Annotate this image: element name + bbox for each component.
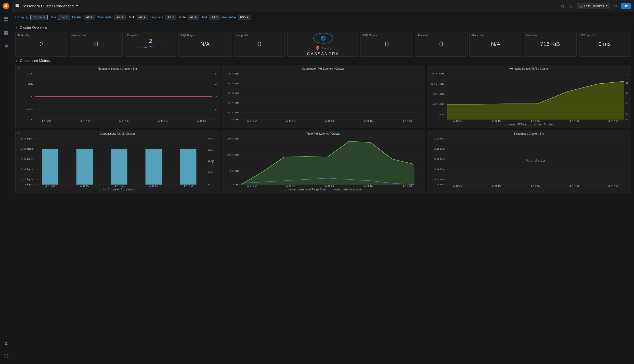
svg-text:0.8 bps: 0.8 bps (20, 148, 33, 150)
svg-text:0.6 Bs: 0.6 Bs (434, 158, 445, 160)
requests-served-info[interactable]: ⓘ (17, 67, 20, 70)
table-latency-legend: cluster:cluster Local Range Scan cluster… (224, 188, 422, 191)
chart-panel-compactions: ⓘ Compactions All.All / Cluster 1.0 bps … (15, 130, 219, 193)
svg-text:0 µs: 0 µs (231, 183, 239, 186)
chart-panel-requests-served: ⓘ Requests Served / Cluster / 5m 1.0 0.5… (15, 65, 219, 128)
coordinator-latency-info[interactable]: ⓘ (223, 67, 225, 70)
memtable-info[interactable]: ⓘ (429, 67, 431, 70)
nodes-down-value: 0 (94, 40, 98, 48)
svg-text:Count: Count (211, 160, 215, 165)
cql-clients-info-icon[interactable]: ⓘ (362, 33, 365, 37)
title-dropdown-icon[interactable] (76, 5, 78, 7)
gc-time-info-icon[interactable]: ⓘ (580, 33, 583, 37)
cassandra-eye-icon (313, 32, 333, 45)
svg-text:0: 0 (208, 183, 210, 186)
dashboard-icon[interactable] (2, 29, 10, 37)
rack-select[interactable]: All (137, 15, 148, 20)
time-picker-button[interactable]: Last 5 minutes (577, 3, 610, 9)
group-by-select[interactable]: Cluster (30, 15, 48, 20)
svg-text:14:42: 14:42 (364, 185, 373, 187)
table-select[interactable]: All (188, 15, 199, 20)
svg-rect-13 (6, 32, 8, 35)
svg-text:?: ? (5, 354, 7, 357)
cql-requests-info-icon[interactable]: ⓘ (180, 33, 183, 37)
cql-requests-value: N/A (200, 41, 210, 47)
keyspace-chevron (172, 17, 174, 18)
svg-marker-31 (90, 17, 93, 18)
svg-rect-20 (17, 6, 19, 7)
svg-text:14:40: 14:40 (286, 185, 295, 187)
requests-served-title: Requests Served / Cluster / 5m (18, 67, 217, 70)
cassandra-logo-panel: Apache CASSANDRA (287, 32, 359, 57)
settings-icon[interactable] (2, 42, 10, 50)
data-size-info-icon[interactable]: ⓘ (525, 33, 528, 37)
tv-mode-button[interactable] (568, 3, 575, 9)
nodes-up-info-icon[interactable]: ⓘ (17, 33, 20, 37)
svg-text:14:41: 14:41 (325, 185, 334, 187)
svg-text:14:40: 14:40 (491, 185, 501, 187)
host-select[interactable]: All (209, 15, 220, 20)
compactions-legend-item: by : Completed Compactions (99, 188, 136, 191)
svg-text:14:39: 14:39 (453, 120, 462, 122)
timeouts-value: 0 (439, 40, 443, 48)
cluster-select[interactable]: All (84, 15, 95, 20)
svg-marker-37 (247, 17, 249, 18)
table-latency-info[interactable]: ⓘ (223, 132, 225, 135)
svg-rect-22 (570, 5, 573, 7)
search-button[interactable] (612, 3, 619, 9)
svg-text:0.5: 0.5 (215, 83, 217, 85)
apps-icon[interactable] (2, 15, 10, 23)
nodes-down-title: Nodes Dow... (72, 34, 120, 37)
hints-info-icon[interactable]: ⓘ (471, 33, 474, 37)
cluster-value: All (86, 16, 89, 19)
svg-text:No data: No data (525, 159, 545, 162)
stat-panel-cql-clients: ⓘ CQL Clients... 0 (360, 32, 413, 57)
svg-text:0: 0 (215, 95, 217, 98)
keyspace-value: All (167, 16, 171, 19)
compaction-info-icon[interactable]: ⓘ (126, 33, 128, 37)
timeouts-info-icon[interactable]: ⓘ (417, 33, 419, 37)
svg-point-3 (6, 7, 7, 8)
chart-grid-row1: ⓘ Requests Served / Cluster / 5m 1.0 0.5… (15, 65, 631, 128)
rack-value: All (139, 16, 142, 19)
svg-marker-34 (172, 17, 174, 18)
refresh-button[interactable]: 30s (621, 3, 631, 9)
nodes-up-value: 3 (40, 40, 44, 48)
cassandra-label: CASSANDRA (307, 52, 339, 56)
compactions-title: Compactions All.All / Cluster (18, 132, 217, 135)
svg-text:14:43: 14:43 (197, 120, 206, 122)
refresh-label: 30s (624, 4, 628, 8)
share-button[interactable] (559, 3, 566, 9)
dropped-info-icon[interactable]: ⓘ (235, 33, 237, 37)
cql-requests-title: CQL Reque... (181, 34, 228, 37)
nodes-down-info-icon[interactable]: ⓘ (71, 33, 74, 37)
condensed-metrics-collapse[interactable]: ▼ (15, 59, 18, 62)
svg-marker-30 (66, 17, 68, 18)
host-chevron (216, 17, 218, 18)
page-title: Cassandra Cluster Condensed (21, 4, 74, 8)
grafana-logo[interactable] (2, 2, 10, 10)
keyspace-select[interactable]: All (165, 15, 176, 20)
svg-text:146 KiB: 146 KiB (431, 83, 445, 85)
user-icon[interactable] (2, 340, 10, 348)
help-icon[interactable]: ? (2, 352, 10, 360)
percentile-select[interactable]: P95 (238, 15, 251, 20)
rack-label: Rack (128, 16, 135, 19)
percentile-label: Percentile (222, 16, 236, 19)
svg-text:0.4 µs: 0.4 µs (228, 101, 239, 104)
keyspace-label: Keyspace (150, 16, 163, 19)
rate-select[interactable]: 5m (58, 15, 70, 20)
table-chevron (195, 17, 197, 18)
svg-text:14:39: 14:39 (453, 185, 462, 187)
table-latency-legend-range-scan: cluster:cluster Local Range Scan (284, 188, 326, 191)
cluster-overview-collapse[interactable]: ▼ (15, 26, 18, 29)
svg-text:0.8: 0.8 (626, 82, 628, 84)
cluster-chevron (90, 17, 93, 18)
datacenter-select[interactable]: All (114, 15, 125, 20)
stat-panel-timeouts: ⓘ Timeouts / ... 0 (415, 32, 468, 57)
svg-text:49 KiB: 49 KiB (433, 103, 445, 106)
streaming-info[interactable]: ⓘ (429, 132, 431, 135)
svg-rect-11 (6, 31, 8, 32)
svg-rect-7 (6, 17, 8, 19)
compactions-info[interactable]: ⓘ (17, 132, 20, 135)
